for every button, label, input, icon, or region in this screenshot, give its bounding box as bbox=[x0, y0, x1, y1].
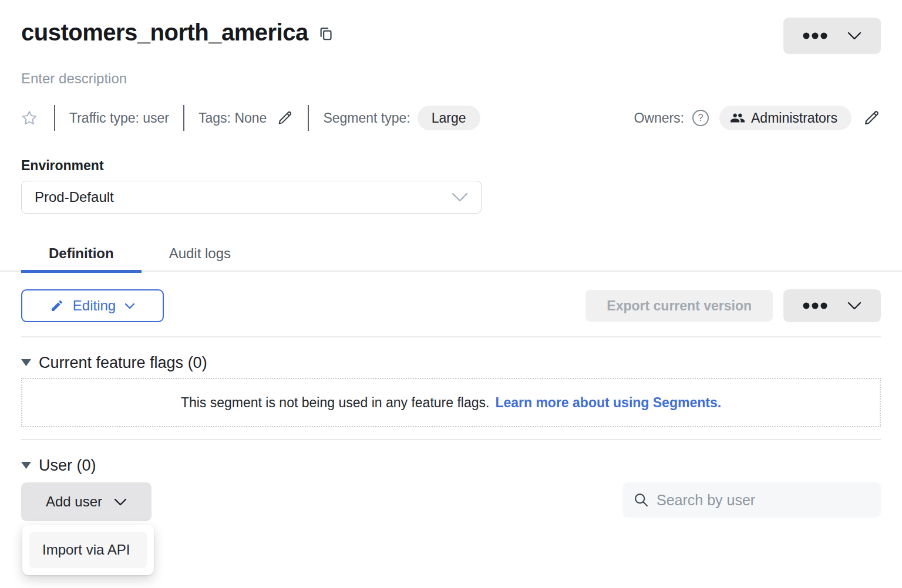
editing-mode-button[interactable]: Editing bbox=[21, 289, 164, 322]
export-current-version-button[interactable]: Export current version bbox=[585, 290, 773, 322]
menu-item-import-via-api[interactable]: Import via API bbox=[29, 532, 147, 568]
chevron-down-icon bbox=[114, 498, 127, 506]
copy-title-button[interactable] bbox=[318, 25, 334, 42]
environment-selected-value: Prod-Default bbox=[35, 189, 452, 205]
owners-label: Owners: bbox=[634, 110, 684, 126]
environment-label: Environment bbox=[21, 158, 881, 174]
feature-flags-section-toggle[interactable]: Current feature flags (0) bbox=[21, 354, 207, 372]
group-icon bbox=[730, 110, 745, 126]
add-user-label: Add user bbox=[46, 494, 102, 510]
owners-value: Administrators bbox=[751, 110, 837, 126]
divider bbox=[21, 336, 881, 337]
ellipsis-icon bbox=[803, 302, 827, 309]
divider bbox=[21, 439, 881, 440]
traffic-type-label: Traffic type: user bbox=[69, 110, 169, 126]
star-icon bbox=[21, 110, 38, 126]
tab-audit-logs[interactable]: Audit logs bbox=[142, 235, 258, 272]
edit-owners-button[interactable] bbox=[862, 109, 881, 127]
user-section-heading: User (0) bbox=[39, 457, 96, 475]
ellipsis-icon bbox=[803, 32, 827, 39]
meta-row: Traffic type: user Tags: None Segment ty… bbox=[21, 105, 881, 131]
caret-down-icon bbox=[21, 462, 31, 469]
segment-type-label: Segment type: bbox=[323, 110, 410, 126]
divider bbox=[183, 105, 184, 131]
tab-definition[interactable]: Definition bbox=[21, 235, 142, 272]
search-by-user-input[interactable] bbox=[657, 492, 870, 509]
learn-more-link[interactable]: Learn more about using Segments. bbox=[495, 395, 721, 411]
divider bbox=[54, 105, 55, 131]
feature-flags-empty-state: This segment is not being used in any fe… bbox=[21, 378, 881, 427]
chevron-down-icon bbox=[452, 192, 468, 202]
add-user-button[interactable]: Add user bbox=[21, 482, 152, 521]
definition-more-actions-button[interactable] bbox=[783, 289, 881, 322]
favorite-star-button[interactable] bbox=[21, 110, 38, 126]
search-icon bbox=[633, 492, 649, 508]
chevron-down-icon bbox=[124, 303, 135, 309]
tab-bar: Definition Audit logs bbox=[0, 235, 902, 272]
header: customers_north_america bbox=[21, 0, 881, 54]
description-placeholder[interactable]: Enter description bbox=[21, 70, 127, 87]
user-controls-row: Add user Import via API bbox=[21, 482, 881, 521]
caret-down-icon bbox=[21, 359, 31, 367]
owners-group: Owners: ? Administrators bbox=[634, 106, 881, 130]
pencil-icon bbox=[276, 109, 294, 127]
segment-detail-page: customers_north_america Enter bbox=[0, 0, 902, 588]
segment-type-badge: Large bbox=[418, 106, 480, 130]
chevron-down-icon bbox=[847, 302, 861, 310]
page-title: customers_north_america bbox=[21, 18, 308, 47]
copy-icon bbox=[318, 25, 334, 42]
environment-select[interactable]: Prod-Default bbox=[21, 181, 482, 214]
user-search bbox=[622, 482, 881, 518]
edit-tags-button[interactable] bbox=[276, 109, 294, 127]
user-section-toggle[interactable]: User (0) bbox=[21, 457, 96, 475]
question-circle-icon[interactable]: ? bbox=[692, 110, 709, 126]
definition-toolbar: Editing Export current version bbox=[21, 289, 881, 322]
owners-badge[interactable]: Administrators bbox=[719, 106, 851, 130]
feature-flags-heading: Current feature flags (0) bbox=[39, 354, 207, 372]
empty-state-message: This segment is not being used in any fe… bbox=[181, 395, 489, 411]
pencil-icon bbox=[50, 299, 64, 313]
add-user-dropdown-wrap: Add user Import via API bbox=[21, 482, 152, 521]
editing-label: Editing bbox=[73, 298, 116, 314]
header-more-actions-button[interactable] bbox=[783, 18, 881, 54]
divider bbox=[308, 105, 309, 131]
chevron-down-icon bbox=[847, 32, 861, 40]
add-user-dropdown-menu: Import via API bbox=[22, 525, 154, 575]
tags-label: Tags: None bbox=[198, 110, 267, 126]
pencil-icon bbox=[862, 109, 881, 127]
